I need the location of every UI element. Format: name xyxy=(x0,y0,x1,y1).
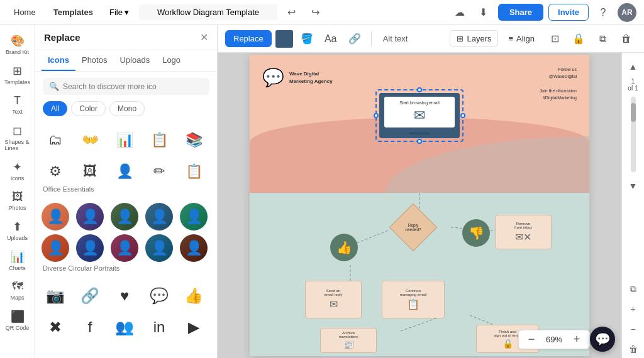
remove-page-button[interactable]: − xyxy=(625,320,642,338)
align-button[interactable]: ≡ Align xyxy=(502,31,541,46)
sidebar-item-uploads[interactable]: ⬆ Uploads xyxy=(3,216,33,245)
replace-button[interactable]: Replace xyxy=(225,30,272,47)
zoom-in-button[interactable]: + xyxy=(570,333,583,346)
portrait-cell[interactable]: 👤 xyxy=(111,234,138,262)
nav-templates[interactable]: Templates xyxy=(47,5,99,19)
copy-icon[interactable]: ⧉ xyxy=(592,29,613,49)
font-icon[interactable]: Aa xyxy=(321,29,341,49)
icon-cell[interactable]: 🗂 xyxy=(42,126,69,154)
social-cell-share[interactable]: 🔗 xyxy=(76,282,104,310)
agency-text: Wave DigitalMarketing Agency xyxy=(289,70,333,84)
brand-kit-icon: 🎨 xyxy=(11,34,25,48)
group-icon[interactable]: ⊡ xyxy=(545,29,565,49)
help-button[interactable]: ? xyxy=(594,3,613,22)
filter-color[interactable]: Color xyxy=(71,101,106,116)
remove-inbox-node: Removefrom inbox ✉✕ xyxy=(495,215,552,249)
portrait-cell[interactable]: 👤 xyxy=(145,234,173,262)
finish-label: Finish andsign out of email xyxy=(494,330,521,337)
fill-icon[interactable]: 🪣 xyxy=(297,29,317,49)
filter-all[interactable]: All xyxy=(43,101,67,116)
redo-button[interactable]: ↪ xyxy=(306,3,325,22)
add-page-button[interactable]: + xyxy=(625,300,642,318)
layers-button[interactable]: ⊞ Layers xyxy=(450,30,498,47)
search-bar: 🔍 xyxy=(35,72,217,101)
panel-title: Replace xyxy=(44,32,80,43)
replace-panel: Replace ✕ Icons Photos Uploads Logo 🔍 Al… xyxy=(35,25,218,358)
archive-label: Archivenewsletters xyxy=(339,331,358,339)
nav-home[interactable]: Home xyxy=(8,5,42,19)
document-title-input[interactable] xyxy=(139,4,277,20)
social-cell-linkedin[interactable]: in xyxy=(145,313,173,341)
canvas-wrap[interactable]: 💬 Wave DigitalMarketing Agency Follow us… xyxy=(218,53,621,358)
align-icon: ≡ xyxy=(508,34,513,43)
portrait-cell[interactable]: 👤 xyxy=(180,203,208,231)
portrait-cell[interactable]: 👤 xyxy=(180,234,208,262)
icon-cell[interactable]: 👐 xyxy=(76,126,104,154)
portrait-cell[interactable]: 👤 xyxy=(76,234,104,262)
social-cell-like[interactable]: 👍 xyxy=(180,282,208,310)
chevron-down-icon: ▾ xyxy=(125,8,129,17)
sidebar-item-text[interactable]: T Text xyxy=(3,90,33,119)
social-cell-twitter[interactable]: ✖ xyxy=(42,313,69,341)
tab-logo[interactable]: Logo xyxy=(156,50,187,71)
copy-page-button[interactable]: ⧉ xyxy=(625,280,642,298)
right-scrollbar[interactable] xyxy=(631,97,636,172)
sidebar-item-maps[interactable]: 🗺 Maps xyxy=(3,276,33,305)
office-essentials-section: 🗂 👐 📊 📋 📚 ⚙ 🖼 👤 ✏ 📋 Office Essentials xyxy=(42,126,211,193)
panel-close-button[interactable]: ✕ xyxy=(200,31,208,43)
social-cell-instagram[interactable]: 📷 xyxy=(42,282,69,310)
sidebar-item-icons[interactable]: ✦ Icons xyxy=(3,156,33,185)
icon-cell[interactable]: 📊 xyxy=(111,126,138,154)
avatar[interactable]: AR xyxy=(618,3,636,22)
undo-button[interactable]: ↩ xyxy=(282,3,301,22)
link-icon[interactable]: 🔗 xyxy=(345,29,365,49)
sidebar-item-templates[interactable]: ⊞ Templates xyxy=(3,60,33,89)
tab-uploads[interactable]: Uploads xyxy=(113,50,156,71)
delete-page-button[interactable]: 🗑 xyxy=(625,340,642,358)
sidebar-item-qrcode[interactable]: ⬛ QR Code xyxy=(3,306,33,335)
lock-icon[interactable]: 🔒 xyxy=(569,29,589,49)
sidebar-item-shapes[interactable]: ◻ Shapes & Lines xyxy=(3,120,33,155)
main-layout: 🎨 Brand Kit ⊞ Templates T Text ◻ Shapes … xyxy=(0,25,644,358)
invite-button[interactable]: Invite xyxy=(548,4,589,21)
icon-cell[interactable]: 📚 xyxy=(180,126,208,154)
panel-down-button[interactable]: ▼ xyxy=(625,177,642,195)
thumbs-down-icon: 👎 xyxy=(462,219,490,247)
icon-cell[interactable]: ⚙ xyxy=(42,158,69,185)
social-cell-youtube[interactable]: ▶ xyxy=(180,313,208,341)
nav-file[interactable]: File ▾ xyxy=(104,5,134,19)
zoom-out-button[interactable]: − xyxy=(525,333,538,346)
sidebar-item-brand-kit[interactable]: 🎨 Brand Kit xyxy=(3,30,33,59)
panel-scroll[interactable]: 🗂 👐 📊 📋 📚 ⚙ 🖼 👤 ✏ 📋 Office Essentials 👤 xyxy=(35,121,217,358)
icon-cell[interactable]: 📋 xyxy=(180,158,208,185)
alt-text-label: Alt text xyxy=(378,34,413,43)
icon-cell[interactable]: ✏ xyxy=(145,158,173,185)
reply-diamond-wrap: Replyneeded? xyxy=(388,210,438,244)
download-button[interactable]: ⬇ xyxy=(474,3,493,22)
portrait-cell[interactable]: 👤 xyxy=(76,203,104,231)
portraits-section: 👤 👤 👤 👤 👤 👤 👤 👤 👤 👤 Diverse Circular Por… xyxy=(42,203,211,272)
filter-mono[interactable]: Mono xyxy=(109,101,145,116)
section-title-office: Office Essentials xyxy=(42,185,211,193)
portrait-cell[interactable]: 👤 xyxy=(145,203,173,231)
delete-icon[interactable]: 🗑 xyxy=(616,29,636,49)
portrait-cell[interactable]: 👤 xyxy=(42,203,69,231)
search-input[interactable] xyxy=(63,82,203,91)
icon-cell[interactable]: 📋 xyxy=(145,126,173,154)
panel-up-button[interactable]: ▲ xyxy=(625,58,642,75)
portrait-cell[interactable]: 👤 xyxy=(42,234,69,262)
social-cell-people[interactable]: 👥 xyxy=(111,313,138,341)
social-cell-facebook[interactable]: f xyxy=(76,313,104,341)
social-cell-whatsapp[interactable]: 💬 xyxy=(145,282,173,310)
color-swatch[interactable] xyxy=(275,30,293,48)
tab-icons[interactable]: Icons xyxy=(42,50,75,71)
portrait-cell[interactable]: 👤 xyxy=(111,203,138,231)
sidebar-item-photos[interactable]: 🖼 Photos xyxy=(3,187,33,215)
tab-photos[interactable]: Photos xyxy=(75,50,113,71)
icon-cell[interactable]: 🖼 xyxy=(76,158,104,185)
chat-bubble-button[interactable]: 💬 xyxy=(590,327,615,352)
share-button[interactable]: Share xyxy=(498,4,543,21)
icon-cell[interactable]: 👤 xyxy=(111,158,138,185)
sidebar-item-charts[interactable]: 📊 Charts xyxy=(3,246,33,275)
social-cell-heart[interactable]: ♥ xyxy=(111,282,138,310)
